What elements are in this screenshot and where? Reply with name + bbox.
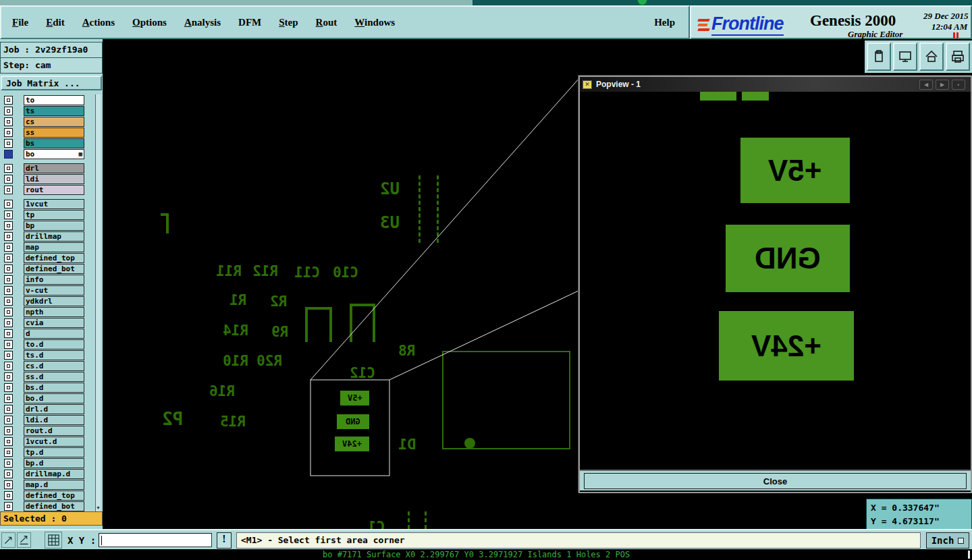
units-dropdown[interactable]: Inch	[926, 532, 969, 549]
layer-row-bs[interactable]: bs	[0, 138, 94, 148]
popview-forward-button[interactable]: ▶	[936, 80, 949, 90]
layer-checkbox-icon[interactable]	[4, 318, 13, 327]
layer-row-1vcut.d[interactable]: 1vcut.d	[0, 436, 94, 447]
layer-label[interactable]: bs	[24, 138, 84, 148]
layer-checkbox-icon[interactable]	[4, 372, 13, 381]
layer-row-1vcut[interactable]: 1vcut	[0, 198, 94, 209]
layer-label[interactable]: rout	[24, 185, 84, 195]
layer-checkbox-icon[interactable]	[4, 150, 13, 159]
layer-checkbox-icon[interactable]	[4, 351, 13, 360]
layer-checkbox-icon[interactable]	[4, 232, 13, 241]
layer-label[interactable]: 1vcut	[24, 199, 84, 209]
layer-label[interactable]: to	[24, 95, 84, 105]
layer-label[interactable]: defined_bot	[24, 501, 84, 511]
layer-label[interactable]: defined_bot	[24, 264, 84, 274]
layer-label[interactable]: cs	[24, 117, 84, 127]
layer-row-cvia[interactable]: cvia	[0, 317, 94, 328]
layer-row-drillmap[interactable]: drillmap	[0, 231, 94, 242]
layer-label[interactable]: ss	[24, 128, 84, 138]
menu-edit[interactable]: Edit	[46, 17, 65, 28]
layer-label[interactable]: bo.d	[24, 393, 84, 403]
layer-label[interactable]: defined_top	[24, 253, 84, 263]
menu-step[interactable]: Step	[279, 17, 298, 28]
layer-row-map.d[interactable]: map.d	[0, 479, 94, 490]
layer-row-info[interactable]: info	[0, 274, 94, 285]
layer-label[interactable]: d	[24, 329, 84, 339]
layer-checkbox-icon[interactable]	[4, 491, 13, 500]
layer-checkbox-icon[interactable]	[4, 459, 13, 468]
layer-row-rout.d[interactable]: rout.d	[0, 425, 94, 436]
layer-checkbox-icon[interactable]	[4, 117, 13, 126]
layer-row-bs.d[interactable]: bs.d	[0, 382, 94, 393]
layer-checkbox-icon[interactable]	[4, 186, 13, 194]
layer-checkbox-icon[interactable]	[4, 128, 13, 137]
layer-row-ts[interactable]: ts	[0, 105, 94, 116]
layer-label[interactable]: bs.d	[24, 383, 84, 393]
menu-help[interactable]: Help	[654, 17, 675, 28]
layer-checkbox-icon[interactable]	[4, 275, 13, 284]
popview-minimize-button[interactable]: ▪	[952, 80, 965, 90]
layer-checkbox-icon[interactable]	[4, 164, 13, 173]
alert-button[interactable]: !	[217, 532, 232, 549]
layer-row-defined_top[interactable]: defined_top	[0, 252, 94, 263]
layer-row-tp[interactable]: tp	[0, 209, 94, 220]
layer-row-bo.d[interactable]: bo.d	[0, 393, 94, 403]
popview-back-button[interactable]: ◀	[919, 80, 933, 90]
layer-row-defined_bot[interactable]: defined_bot	[0, 501, 94, 511]
layer-label[interactable]: ts.d	[24, 350, 84, 360]
layer-row-drl[interactable]: drl	[0, 163, 94, 173]
layer-checkbox-icon[interactable]	[4, 416, 13, 424]
layer-row-defined_bot[interactable]: defined_bot	[0, 263, 94, 274]
layer-label[interactable]: map	[24, 242, 84, 252]
layer-checkbox-icon[interactable]	[4, 426, 13, 435]
layer-row-bo[interactable]: bo▦	[0, 148, 94, 159]
layer-label[interactable]: bp	[24, 221, 84, 231]
layer-row-drl.d[interactable]: drl.d	[0, 403, 94, 414]
layer-row-ss.d[interactable]: ss.d	[0, 371, 94, 382]
layer-checkbox-icon[interactable]	[4, 107, 13, 115]
layer-label[interactable]: to.d	[24, 339, 84, 349]
menu-analysis[interactable]: Analysis	[184, 17, 221, 28]
layer-label[interactable]: ydkdrl	[24, 296, 84, 306]
layer-checkbox-icon[interactable]	[4, 362, 13, 370]
layer-checkbox-icon[interactable]	[4, 437, 13, 446]
layer-label[interactable]: drl.d	[24, 404, 84, 414]
layer-checkbox-icon[interactable]	[4, 470, 13, 478]
layer-label[interactable]: bo▦	[24, 149, 84, 159]
layer-checkbox-icon[interactable]	[4, 308, 13, 316]
menu-file[interactable]: File	[12, 17, 28, 28]
layer-checkbox-icon[interactable]	[4, 211, 13, 219]
layer-checkbox-icon[interactable]	[4, 383, 13, 392]
layer-row-to.d[interactable]: to.d	[0, 339, 94, 349]
job-matrix-button[interactable]: Job Matrix ...	[1, 76, 102, 90]
layer-row-tp.d[interactable]: tp.d	[0, 447, 94, 457]
home-button[interactable]	[919, 43, 944, 71]
grid-snap-button[interactable]	[45, 532, 62, 549]
menu-options[interactable]: Options	[132, 17, 167, 28]
layer-label[interactable]: ldi	[24, 174, 84, 184]
layer-checkbox-icon[interactable]	[4, 329, 13, 338]
layer-label[interactable]: tp	[24, 210, 84, 220]
layer-checkbox-icon[interactable]	[4, 254, 13, 262]
layer-label[interactable]: ldi.d	[24, 415, 84, 425]
layer-label[interactable]: npth	[24, 307, 84, 317]
layer-row-cs.d[interactable]: cs.d	[0, 360, 94, 371]
layer-label[interactable]: cvia	[24, 318, 84, 328]
layer-checkbox-icon[interactable]	[4, 96, 13, 105]
layer-label[interactable]: tp.d	[24, 447, 84, 457]
layer-row-v-cut[interactable]: v-cut	[0, 285, 94, 296]
layer-label[interactable]: map.d	[24, 480, 84, 490]
popview-content[interactable]: +5VGND+24V	[580, 92, 971, 470]
layer-checkbox-icon[interactable]	[4, 286, 13, 295]
layer-checkbox-icon[interactable]	[4, 480, 13, 489]
layer-row-to[interactable]: to	[0, 94, 94, 105]
layer-label[interactable]: rout.d	[24, 426, 84, 436]
layer-row-bp.d[interactable]: bp.d	[0, 457, 94, 468]
layer-row-ydkdrl[interactable]: ydkdrl	[0, 296, 94, 306]
layer-checkbox-icon[interactable]	[4, 221, 13, 230]
layer-row-npth[interactable]: npth	[0, 306, 94, 317]
layer-checkbox-icon[interactable]	[4, 175, 13, 184]
layer-row-ldi.d[interactable]: ldi.d	[0, 414, 94, 425]
layer-row-ss[interactable]: ss	[0, 127, 94, 138]
layer-checkbox-icon[interactable]	[4, 200, 13, 208]
